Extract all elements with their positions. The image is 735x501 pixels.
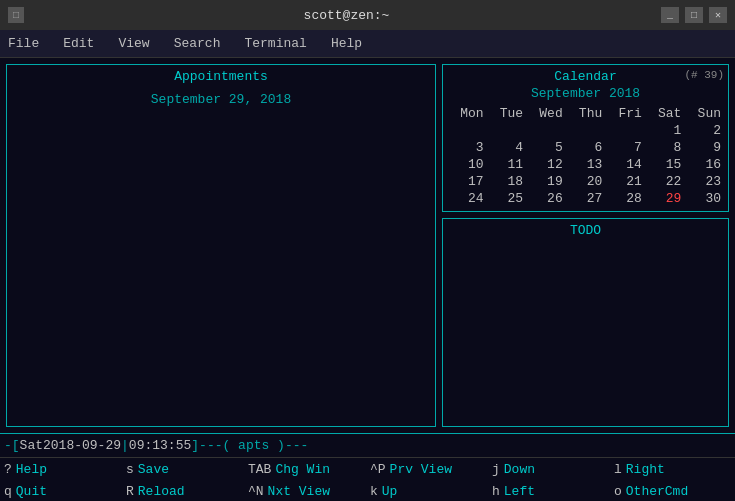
keybind-reload-label: Reload	[138, 484, 185, 499]
cal-day[interactable]: 22	[645, 173, 685, 190]
cal-day[interactable]: 5	[526, 139, 566, 156]
right-panel: Calendar (# 39) September 2018 Mon Tue W…	[442, 64, 729, 427]
cal-day[interactable]: 11	[487, 156, 527, 173]
key-cn: ^N	[248, 484, 264, 499]
menu-terminal[interactable]: Terminal	[240, 34, 310, 53]
menu-help[interactable]: Help	[327, 34, 366, 53]
calendar-table: Mon Tue Wed Thu Fri Sat Sun 123456789101…	[447, 105, 724, 207]
cal-day[interactable]: 23	[684, 173, 724, 190]
cal-day[interactable]: 4	[487, 139, 527, 156]
cal-day[interactable]: 1	[645, 122, 685, 139]
cal-day[interactable]: 8	[645, 139, 685, 156]
menu-file[interactable]: File	[4, 34, 43, 53]
cal-header-tue: Tue	[487, 105, 527, 122]
cal-day[interactable]: 14	[605, 156, 645, 173]
todo-panel: TODO	[442, 218, 729, 427]
cal-day[interactable]: 30	[684, 190, 724, 207]
menu-view[interactable]: View	[114, 34, 153, 53]
keybind-save: s Save	[126, 462, 236, 477]
title-text: scott@zen:~	[32, 8, 661, 23]
cal-header-sun: Sun	[684, 105, 724, 122]
appointments-panel: Appointments September 29, 2018	[6, 64, 436, 427]
keybind-row-1: ? Help s Save TAB Chg Win ^P Prv View j …	[0, 458, 735, 480]
keybind-right-label: Right	[626, 462, 665, 477]
keybind-right: l Right	[614, 462, 724, 477]
title-bar: □ scott@zen:~ _ □ ✕	[0, 0, 735, 30]
key-q: q	[4, 484, 12, 499]
keybind-chgwin: TAB Chg Win	[248, 462, 358, 477]
keybind-left-label: Left	[504, 484, 535, 499]
cal-day[interactable]: 26	[526, 190, 566, 207]
keybind-up-label: Up	[382, 484, 398, 499]
keybind-left: h Left	[492, 484, 602, 499]
cal-day[interactable]: 7	[605, 139, 645, 156]
cal-day[interactable]	[447, 122, 487, 139]
cal-day[interactable]: 20	[566, 173, 606, 190]
cal-header-sat: Sat	[645, 105, 685, 122]
status-label: ---( apts )---	[199, 438, 308, 453]
main-content: Appointments September 29, 2018 Calendar…	[0, 58, 735, 433]
maximize-button[interactable]: □	[685, 7, 703, 23]
cal-day[interactable]: 19	[526, 173, 566, 190]
calendar-panel: Calendar (# 39) September 2018 Mon Tue W…	[442, 64, 729, 212]
keybind-save-label: Save	[138, 462, 169, 477]
cal-day[interactable]: 24	[447, 190, 487, 207]
keybind-nxtview-label: Nxt View	[268, 484, 330, 499]
cal-day[interactable]: 25	[487, 190, 527, 207]
key-tab: TAB	[248, 462, 271, 477]
keybind-quit-label: Quit	[16, 484, 47, 499]
menu-search[interactable]: Search	[170, 34, 225, 53]
keybind-row-2: q Quit R Reload ^N Nxt View k Up h Left …	[0, 480, 735, 501]
cal-day[interactable]: 21	[605, 173, 645, 190]
todo-body	[443, 242, 728, 426]
keybind-quit: q Quit	[4, 484, 114, 499]
cal-day[interactable]: 29	[645, 190, 685, 207]
keybind-reload: R Reload	[126, 484, 236, 499]
cal-day[interactable]	[487, 122, 527, 139]
cal-day[interactable]: 3	[447, 139, 487, 156]
key-s: s	[126, 462, 134, 477]
calendar-month: September 2018	[447, 86, 724, 101]
key-r: R	[126, 484, 134, 499]
keybind-down: j Down	[492, 462, 602, 477]
window-icon: □	[8, 7, 24, 23]
keybind-nxtview: ^N Nxt View	[248, 484, 358, 499]
cal-header-fri: Fri	[605, 105, 645, 122]
status-bar: -[ Sat 2018-09-29 | 09:13:55 ] ---( apts…	[0, 433, 735, 457]
appointments-date: September 29, 2018	[7, 88, 435, 111]
cal-day[interactable]: 17	[447, 173, 487, 190]
keybind-down-label: Down	[504, 462, 535, 477]
cal-day[interactable]	[566, 122, 606, 139]
cal-day[interactable]: 2	[684, 122, 724, 139]
cal-day[interactable]: 12	[526, 156, 566, 173]
cal-day[interactable]: 10	[447, 156, 487, 173]
keybind-help-label: Help	[16, 462, 47, 477]
status-day: Sat	[20, 438, 43, 453]
menu-edit[interactable]: Edit	[59, 34, 98, 53]
status-sep: |	[121, 438, 129, 453]
cal-day[interactable]: 13	[566, 156, 606, 173]
cal-header-thu: Thu	[566, 105, 606, 122]
keybind-othercmd-label: OtherCmd	[626, 484, 688, 499]
cal-day[interactable]: 15	[645, 156, 685, 173]
cal-day[interactable]: 16	[684, 156, 724, 173]
keybind-prvview: ^P Prv View	[370, 462, 480, 477]
keybind-othercmd: o OtherCmd	[614, 484, 724, 499]
key-l: l	[614, 462, 622, 477]
status-open-bracket: -[	[4, 438, 20, 453]
cal-day[interactable]: 27	[566, 190, 606, 207]
cal-day[interactable]: 9	[684, 139, 724, 156]
menu-bar: File Edit View Search Terminal Help	[0, 30, 735, 58]
appointments-body	[7, 111, 435, 426]
cal-header-wed: Wed	[526, 105, 566, 122]
cal-day[interactable]	[526, 122, 566, 139]
cal-day[interactable]: 6	[566, 139, 606, 156]
close-button[interactable]: ✕	[709, 7, 727, 23]
key-question: ?	[4, 462, 12, 477]
key-cp: ^P	[370, 462, 386, 477]
cal-day[interactable]: 18	[487, 173, 527, 190]
status-close-bracket: ]	[191, 438, 199, 453]
cal-day[interactable]	[605, 122, 645, 139]
cal-day[interactable]: 28	[605, 190, 645, 207]
minimize-button[interactable]: _	[661, 7, 679, 23]
